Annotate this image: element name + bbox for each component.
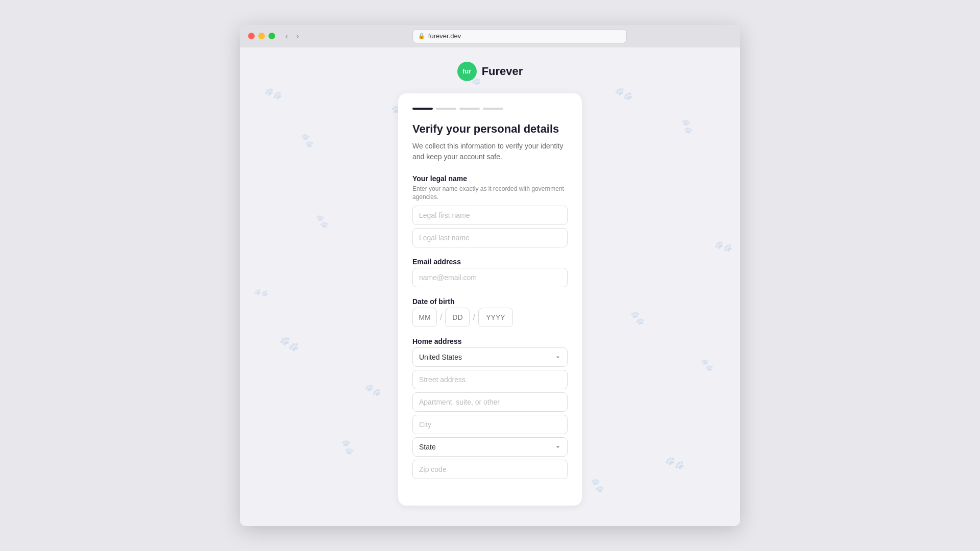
state-select[interactable]: State AlabamaAlaskaArizonaArkansasCalifo… bbox=[412, 437, 568, 457]
progress-step-1 bbox=[412, 108, 433, 110]
form-title: Verify your personal details bbox=[412, 122, 568, 137]
country-select[interactable]: United States Canada United Kingdom Aust… bbox=[412, 347, 568, 367]
home-address-section: Home address United States Canada United… bbox=[412, 337, 568, 479]
browser-content: 🐾🐾🐾🐾🐾🐾🐾🐾🐾🐾🐾🐾🐾🐾🐾🐾🐾🐾🐾🐾🐾 fur Furever bbox=[240, 47, 740, 526]
form-subtitle: We collect this information to verify yo… bbox=[412, 141, 568, 162]
apt-input[interactable] bbox=[412, 392, 568, 412]
dob-day-input[interactable] bbox=[445, 308, 470, 327]
browser-window: ‹ › 🔒 furever.dev 🐾🐾🐾🐾🐾🐾🐾🐾🐾🐾🐾🐾🐾🐾🐾🐾🐾🐾🐾🐾🐾 … bbox=[240, 25, 740, 526]
progress-bar bbox=[412, 108, 568, 110]
progress-step-3 bbox=[459, 108, 480, 110]
close-button[interactable] bbox=[248, 33, 255, 39]
legal-name-hint: Enter your name exactly as it recorded w… bbox=[412, 185, 568, 202]
dob-year-input[interactable] bbox=[478, 308, 513, 327]
dob-sep-2: / bbox=[472, 313, 476, 322]
page-content: fur Furever Verify your personal details… bbox=[240, 47, 740, 526]
maximize-button[interactable] bbox=[268, 33, 275, 39]
address-label: Home address bbox=[412, 337, 568, 345]
legal-name-section: Your legal name Enter your name exactly … bbox=[412, 174, 568, 248]
app-name: Furever bbox=[482, 65, 523, 78]
logo-icon: fur bbox=[457, 62, 477, 81]
dob-row: / / bbox=[412, 308, 568, 327]
browser-titlebar: ‹ › 🔒 furever.dev bbox=[240, 25, 740, 47]
last-name-input[interactable] bbox=[412, 228, 568, 247]
zip-input[interactable] bbox=[412, 460, 568, 479]
address-bar[interactable]: 🔒 furever.dev bbox=[412, 29, 627, 43]
forward-button[interactable]: › bbox=[294, 31, 301, 41]
city-input[interactable] bbox=[412, 415, 568, 434]
email-label: Email address bbox=[412, 258, 568, 266]
first-name-input[interactable] bbox=[412, 206, 568, 225]
dob-section: Date of birth / / bbox=[412, 297, 568, 327]
nav-buttons: ‹ › bbox=[283, 31, 301, 41]
form-card: Verify your personal details We collect … bbox=[398, 93, 582, 506]
back-button[interactable]: ‹ bbox=[283, 31, 290, 41]
traffic-lights bbox=[248, 33, 275, 39]
dob-month-input[interactable] bbox=[412, 308, 437, 327]
email-section: Email address bbox=[412, 258, 568, 287]
url-text: furever.dev bbox=[428, 32, 461, 40]
dob-label: Date of birth bbox=[412, 297, 568, 306]
progress-step-4 bbox=[483, 108, 503, 110]
street-input[interactable] bbox=[412, 370, 568, 389]
lock-icon: 🔒 bbox=[418, 33, 425, 39]
logo-area: fur Furever bbox=[457, 62, 523, 81]
email-input[interactable] bbox=[412, 268, 568, 287]
dob-sep-1: / bbox=[439, 313, 443, 322]
progress-step-2 bbox=[436, 108, 456, 110]
legal-name-label: Your legal name bbox=[412, 174, 568, 183]
minimize-button[interactable] bbox=[258, 33, 265, 39]
